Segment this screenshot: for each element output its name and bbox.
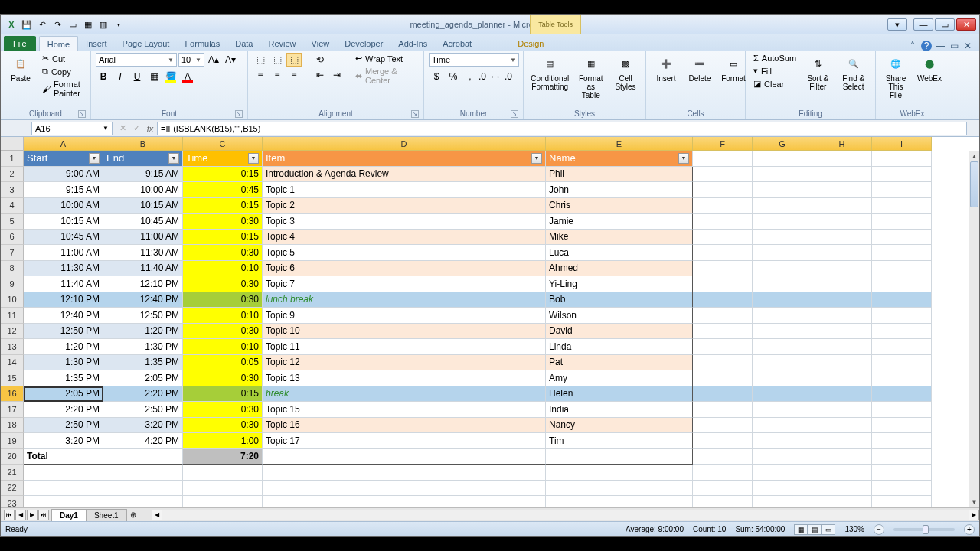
cell-end[interactable]: 1:30 PM [103,339,183,355]
increase-decimal-button[interactable]: .0→ [479,70,495,83]
cell-empty[interactable] [812,481,872,497]
cell-end[interactable]: 12:50 PM [103,308,183,324]
row-header-12[interactable]: 12 [1,324,24,340]
cell-empty[interactable] [753,151,812,167]
insert-cells-button[interactable]: ➕Insert [651,53,681,84]
cell-empty[interactable] [753,182,812,198]
row-header-18[interactable]: 18 [1,418,24,434]
find-select-button[interactable]: 🔍Find & Select [836,53,871,93]
cell-time[interactable]: 0:15 [183,230,263,246]
cell-start[interactable]: 11:00 AM [24,245,103,261]
scroll-left-icon[interactable]: ◀ [152,510,162,520]
column-header-G[interactable]: G [753,137,812,151]
cell-start[interactable]: 10:45 AM [24,230,103,246]
cell-empty[interactable] [753,386,812,403]
cell-empty[interactable] [103,481,183,497]
cell-end[interactable]: 1:35 PM [103,355,183,371]
cell-empty[interactable] [812,324,872,340]
sheet-tab-sheet1[interactable]: Sheet1 [86,509,127,521]
cell-start[interactable]: 2:50 PM [24,418,103,434]
cell-start[interactable]: 1:35 PM [24,370,103,386]
zoom-slider[interactable] [893,528,955,531]
row-header-5[interactable]: 5 [1,214,24,230]
row-header-7[interactable]: 7 [1,245,24,261]
redo-icon[interactable]: ↷ [51,18,64,31]
cell-name[interactable]: Mike [546,230,693,246]
row-header-1[interactable]: 1 [1,151,24,167]
cell-empty[interactable] [812,355,872,371]
cell-name[interactable]: Bob [546,292,693,308]
format-as-table-button[interactable]: ▦Format as Table [575,53,607,101]
cell-empty[interactable] [693,481,753,497]
name-box[interactable]: A16▼ [31,122,113,135]
cell-empty[interactable] [693,418,753,434]
cell-time[interactable]: 0:15 [183,198,263,214]
cell-empty[interactable] [693,386,753,403]
cell-item[interactable]: Topic 16 [263,418,546,434]
cell-empty[interactable] [872,214,932,230]
cell-empty[interactable] [263,496,546,507]
cell-name[interactable]: Linda [546,339,693,355]
page-break-view-button[interactable]: ▭ [822,524,835,535]
cell-item[interactable]: lunch break [263,292,546,308]
cell-empty[interactable] [263,481,546,497]
cell-empty[interactable] [693,261,753,277]
cell-empty[interactable] [546,481,693,497]
cell-empty[interactable] [872,324,932,340]
cell-empty[interactable] [693,324,753,340]
cell-item[interactable]: Topic 9 [263,308,546,324]
cell-end[interactable]: 11:00 AM [103,230,183,246]
cell-empty[interactable] [872,230,932,246]
cell-total-time[interactable]: 7:20 [183,449,263,465]
cell-item[interactable]: Topic 10 [263,324,546,340]
cell-start[interactable]: 1:20 PM [24,339,103,355]
cell-empty[interactable] [693,308,753,324]
cell-empty[interactable] [872,496,932,507]
doc-restore-icon[interactable]: ▭ [949,41,959,51]
cell-item[interactable]: Topic 6 [263,261,546,277]
cell-start[interactable]: 9:00 AM [24,167,103,183]
conditional-formatting-button[interactable]: ▤Conditional Formatting [528,53,572,93]
cell-empty[interactable] [812,433,872,449]
cell-end[interactable]: 4:20 PM [103,433,183,449]
cell-empty[interactable] [872,465,932,481]
minimize-ribbon-icon[interactable]: ˄ [907,41,918,51]
enter-formula-icon[interactable]: ✓ [129,123,143,133]
cell-name[interactable]: Helen [546,386,693,403]
cell-time[interactable]: 0:30 [183,245,263,261]
cell-empty[interactable] [812,198,872,214]
cell-empty[interactable] [693,496,753,507]
cell-empty[interactable] [693,370,753,386]
cell-empty[interactable] [693,339,753,355]
cell-item[interactable]: Topic 15 [263,402,546,418]
row-header-10[interactable]: 10 [1,292,24,308]
cell-empty[interactable] [753,433,812,449]
cell-empty[interactable] [872,167,932,183]
cell-empty[interactable] [546,496,693,507]
dialog-launcher-icon[interactable]: ↘ [78,110,86,118]
undo-icon[interactable]: ↶ [36,18,48,31]
row-header-17[interactable]: 17 [1,402,24,418]
qat-dropdown-icon[interactable]: ▼ [113,18,125,31]
cell-end[interactable]: 11:40 AM [103,261,183,277]
format-painter-button[interactable]: 🖌Format Painter [39,79,86,99]
dialog-launcher-icon[interactable]: ↘ [411,110,419,118]
cell-empty[interactable] [103,465,183,481]
cell-time[interactable]: 0:30 [183,370,263,386]
increase-indent-button[interactable]: ⇥ [329,68,345,82]
column-header-E[interactable]: E [546,137,693,151]
cell-end[interactable]: 12:10 PM [103,276,183,292]
cell-end[interactable]: 2:20 PM [103,386,183,403]
row-header-20[interactable]: 20 [1,449,24,465]
filter-icon[interactable]: ▼ [89,153,100,164]
horizontal-scrollbar[interactable]: ◀ ▶ [152,510,979,520]
bold-button[interactable]: B [96,70,111,83]
maximize-button[interactable]: ▭ [935,18,955,31]
vertical-scrollbar[interactable]: ▲ ▼ [969,151,979,507]
row-header-14[interactable]: 14 [1,355,24,371]
column-header-I[interactable]: I [872,137,932,151]
cell-empty[interactable] [872,355,932,371]
doc-minimize-icon[interactable]: — [935,41,946,51]
filter-icon[interactable]: ▼ [168,153,179,164]
cell-empty[interactable] [872,198,932,214]
